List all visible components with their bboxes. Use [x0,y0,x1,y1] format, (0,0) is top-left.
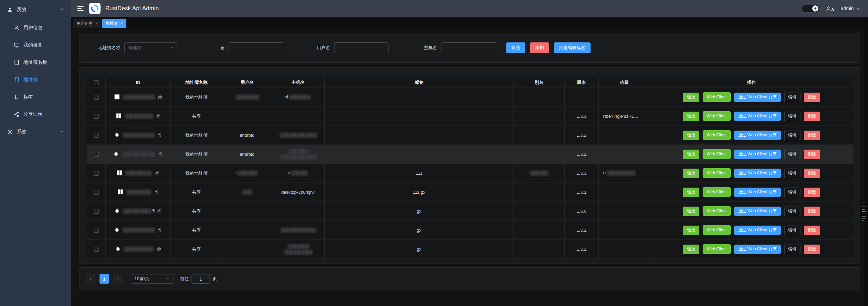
action-share-web-client-button[interactable]: 通过 Web Client 分享 [734,93,781,102]
action-delete-button[interactable]: 删除 [804,131,820,140]
row-checkbox[interactable] [94,247,99,252]
action-edit-button[interactable]: 编辑 [784,93,800,102]
user-name: admin [841,6,854,11]
sidebar-item-share-records[interactable]: 分享记录 [0,106,71,123]
sidebar-item-addressbook-names[interactable]: 地址簿名称 [0,54,71,71]
action-delete-button[interactable]: 删除 [804,169,820,178]
copy-icon[interactable] [158,95,162,100]
hostname-input[interactable] [441,42,497,53]
row-checkbox[interactable] [94,133,99,138]
scrollbar-track[interactable] [865,17,868,306]
close-icon[interactable]: × [121,21,123,25]
action-web-client-button[interactable]: Web Client [703,187,730,197]
action-share-web-client-button[interactable]: 通过 Web Client 分享 [734,169,781,178]
action-web-client-button[interactable]: Web Client [703,149,730,159]
action-web-client-button[interactable]: Web Client [703,130,730,140]
action-share-web-client-button[interactable]: 通过 Web Client 分享 [734,245,781,254]
action-delete-button[interactable]: 删除 [804,245,820,254]
row-checkbox[interactable] [94,171,99,176]
sidebar-item-my-devices[interactable]: 我的设备 [0,36,71,54]
tab-addressbook[interactable]: 地址簿 × [102,19,126,28]
action-share-web-client-button[interactable]: 通过 Web Client 分享 [734,150,781,159]
action-edit-button[interactable]: 编辑 [784,207,800,216]
action-delete-button[interactable]: 删除 [804,207,820,216]
id-input[interactable] [229,42,284,53]
copy-icon[interactable] [157,247,161,252]
copy-icon[interactable] [158,152,163,157]
action-link-button[interactable]: 链接 [683,150,699,159]
action-delete-button[interactable]: 删除 [804,112,820,121]
copy-icon[interactable] [156,114,161,119]
action-share-web-client-button[interactable]: 通过 Web Client 分享 [734,226,781,235]
action-link-button[interactable]: 链接 [683,245,699,254]
action-edit-button[interactable]: 编辑 [784,188,800,197]
copy-icon [157,228,162,233]
sidebar-group-system[interactable]: 系统 [0,123,71,141]
action-link-button[interactable]: 链接 [683,169,699,178]
sidebar-group-mine[interactable]: 我的 [0,1,71,19]
page-size-select[interactable]: 10条/页 [131,274,174,284]
collapse-menu-icon[interactable] [77,6,84,11]
action-web-client-button[interactable]: Web Client [703,206,730,216]
action-edit-button[interactable]: 编辑 [784,131,800,140]
dark-mode-toggle[interactable] [802,5,819,12]
sidebar-item-addressbook[interactable]: 地址簿 [0,71,71,88]
scrollbar-thumb[interactable] [861,206,867,222]
action-web-client-button[interactable]: Web Client [703,168,730,178]
action-link-button[interactable]: 链接 [683,131,699,140]
sidebar-item-user-info[interactable]: 用户信息 [0,19,71,36]
action-delete-button[interactable]: 删除 [804,226,820,235]
user-menu[interactable]: admin [841,6,861,11]
action-web-client-button[interactable]: Web Client [703,92,730,102]
action-share-web-client-button[interactable]: 通过 Web Client 分享 [734,188,781,197]
prev-page-button[interactable]: ‹ [86,274,95,284]
close-icon[interactable]: × [95,21,98,25]
copy-icon[interactable] [157,228,162,233]
copy-icon[interactable] [154,190,159,195]
action-link-button[interactable]: 链接 [683,226,699,235]
column-header: 别名 [514,77,565,88]
action-web-client-button[interactable]: Web Client [703,225,730,235]
copy-icon[interactable] [157,133,162,138]
filter-button[interactable]: 筛选 [506,42,525,53]
row-checkbox[interactable] [94,228,99,233]
copy-icon[interactable] [155,171,160,176]
next-page-button[interactable]: › [113,274,123,284]
username-input[interactable] [334,42,388,53]
page-number-1[interactable]: 1 [100,274,109,284]
language-icon[interactable]: 文A [826,5,834,12]
sidebar-item-tags[interactable]: 标签 [0,88,71,106]
tab-user-info[interactable]: 用户信息 × [73,19,101,28]
goto-page-input[interactable] [192,274,210,284]
add-button[interactable]: 添加 [530,42,549,53]
addressbook-name-select[interactable]: 请选择 [124,42,178,53]
copy-icon[interactable] [157,209,162,214]
action-delete-button[interactable]: 删除 [804,188,820,197]
action-edit-button[interactable]: 编辑 [784,226,800,235]
action-share-web-client-button[interactable]: 通过 Web Client 分享 [734,112,781,121]
action-link-button[interactable]: 链接 [683,112,699,121]
row-checkbox[interactable] [94,209,99,214]
action-share-web-client-button[interactable]: 通过 Web Client 分享 [734,131,781,140]
os-icon [114,132,120,139]
table-panel: ID地址簿名称用户名主机名标签别名版本哈希操作 我的地址簿sl链接Web Cli… [79,67,860,264]
action-edit-button[interactable]: 编辑 [784,169,800,178]
action-delete-button[interactable]: 删除 [804,150,820,159]
action-link-button[interactable]: 链接 [683,188,699,197]
action-web-client-button[interactable]: Web Client [703,244,730,254]
row-checkbox[interactable] [94,95,99,100]
action-link-button[interactable]: 链接 [683,207,699,216]
row-checkbox[interactable] [94,190,99,195]
select-all-checkbox[interactable] [94,80,99,85]
action-web-client-button[interactable]: Web Client [703,111,730,121]
action-edit-button[interactable]: 编辑 [784,150,800,159]
batch-edit-tags-button[interactable]: 批量编辑标签 [554,42,591,53]
action-link-button[interactable]: 链接 [683,93,699,102]
action-delete-button[interactable]: 删除 [804,93,820,102]
action-edit-button[interactable]: 编辑 [784,112,800,121]
row-checkbox[interactable] [94,114,99,119]
book-icon [14,59,20,65]
action-edit-button[interactable]: 编辑 [784,245,800,254]
action-share-web-client-button[interactable]: 通过 Web Client 分享 [734,207,781,216]
row-checkbox[interactable] [94,152,99,157]
